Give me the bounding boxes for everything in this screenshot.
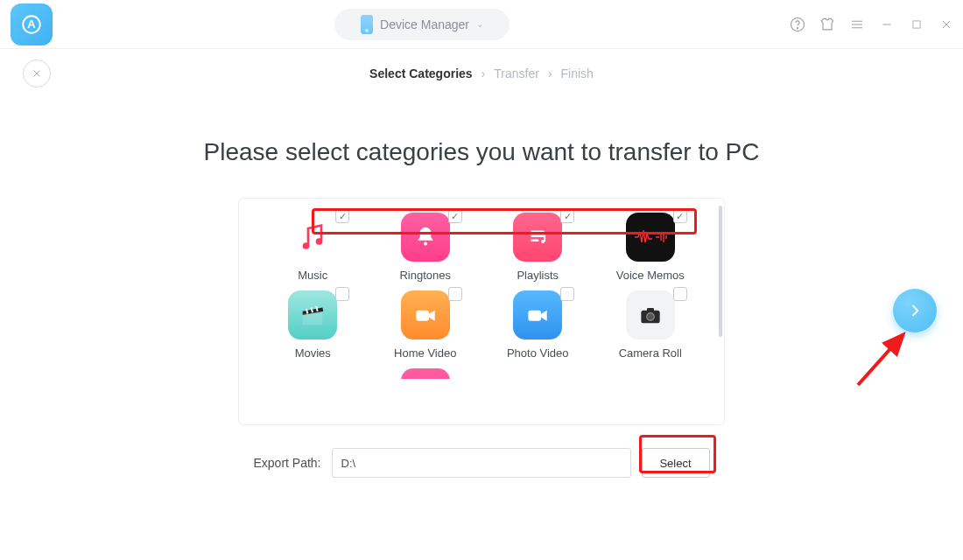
window-controls — [788, 15, 956, 34]
checkbox[interactable] — [673, 287, 687, 301]
category-panel: Music Ringtones Playlists Voice Memos — [238, 198, 725, 425]
skin-icon[interactable] — [818, 15, 837, 34]
title-bar: A Device Manager ⌄ — [0, 0, 963, 49]
category-label: Home Video — [394, 346, 456, 360]
svg-rect-10 — [416, 311, 429, 321]
category-music[interactable]: Music — [288, 213, 337, 282]
category-voice-memos[interactable]: Voice Memos — [616, 213, 685, 282]
svg-rect-14 — [647, 308, 654, 312]
device-manager-dropdown[interactable]: Device Manager ⌄ — [334, 9, 510, 40]
breadcrumb: Select Categories › Transfer › Finish — [369, 66, 594, 80]
category-peek-row — [257, 368, 706, 379]
checkbox[interactable] — [673, 209, 687, 223]
category-photo-video[interactable]: Photo Video — [507, 290, 569, 360]
video-icon — [513, 290, 562, 340]
breadcrumb-row: Select Categories › Transfer › Finish — [0, 49, 963, 98]
crumb-transfer: Transfer — [494, 66, 539, 80]
checkbox[interactable] — [560, 209, 574, 223]
peek-tile — [513, 368, 562, 379]
device-label: Device Manager — [380, 18, 469, 32]
category-grid: Music Ringtones Playlists Voice Memos — [257, 213, 706, 360]
peek-tile — [401, 368, 450, 379]
camcorder-icon — [401, 290, 450, 340]
peek-tile — [288, 368, 337, 379]
svg-rect-11 — [529, 311, 542, 321]
annotation-arrow — [849, 324, 919, 394]
category-label: Photo Video — [507, 346, 569, 360]
page-title: Please select categories you want to tra… — [0, 138, 963, 166]
crumb-sep: › — [548, 66, 552, 80]
close-wizard-button[interactable] — [23, 60, 51, 88]
checkbox[interactable] — [448, 209, 462, 223]
export-path-row: Export Path: Select — [0, 448, 963, 478]
menu-icon[interactable] — [847, 15, 867, 34]
category-label: Music — [298, 269, 327, 282]
phone-icon — [361, 15, 373, 34]
export-path-label: Export Path: — [253, 456, 320, 470]
playlist-icon — [513, 213, 562, 262]
voice-memo-icon — [626, 213, 675, 262]
category-label: Playlists — [517, 269, 559, 282]
svg-rect-9 — [303, 314, 323, 326]
category-movies[interactable]: Movies — [288, 290, 337, 360]
minimize-icon[interactable] — [877, 15, 896, 34]
checkbox[interactable] — [335, 209, 349, 223]
peek-tile — [626, 368, 675, 379]
checkbox[interactable] — [560, 287, 574, 301]
svg-rect-4 — [913, 20, 920, 27]
svg-point-13 — [646, 313, 654, 321]
category-label: Voice Memos — [616, 269, 685, 282]
category-camera-roll[interactable]: Camera Roll — [619, 290, 682, 360]
category-home-video[interactable]: Home Video — [394, 290, 456, 360]
chevron-down-icon: ⌄ — [476, 19, 483, 29]
help-icon[interactable] — [788, 15, 807, 34]
checkbox[interactable] — [335, 287, 349, 301]
svg-point-7 — [424, 242, 427, 246]
category-label: Movies — [295, 346, 331, 360]
category-label: Ringtones — [399, 269, 451, 282]
scrollbar[interactable] — [719, 206, 722, 337]
maximize-icon[interactable] — [907, 15, 926, 34]
app-logo: A — [11, 4, 53, 46]
svg-point-5 — [303, 242, 310, 249]
crumb-select-categories: Select Categories — [369, 66, 473, 80]
category-label: Camera Roll — [619, 346, 682, 360]
clapperboard-icon — [288, 290, 337, 340]
category-playlists[interactable]: Playlists — [513, 213, 562, 282]
next-button[interactable] — [893, 289, 937, 332]
svg-point-6 — [316, 238, 323, 245]
crumb-finish: Finish — [561, 66, 594, 80]
svg-point-3 — [798, 27, 798, 28]
category-ringtones[interactable]: Ringtones — [399, 213, 451, 282]
svg-text:A: A — [27, 18, 36, 31]
checkbox[interactable] — [448, 287, 462, 301]
music-icon — [288, 213, 337, 262]
export-path-input[interactable] — [332, 448, 631, 478]
svg-line-15 — [858, 334, 903, 385]
camera-icon — [626, 290, 675, 340]
close-window-icon[interactable] — [937, 15, 956, 34]
select-path-button[interactable]: Select — [642, 448, 710, 478]
bell-icon — [401, 213, 450, 262]
crumb-sep: › — [482, 66, 486, 80]
